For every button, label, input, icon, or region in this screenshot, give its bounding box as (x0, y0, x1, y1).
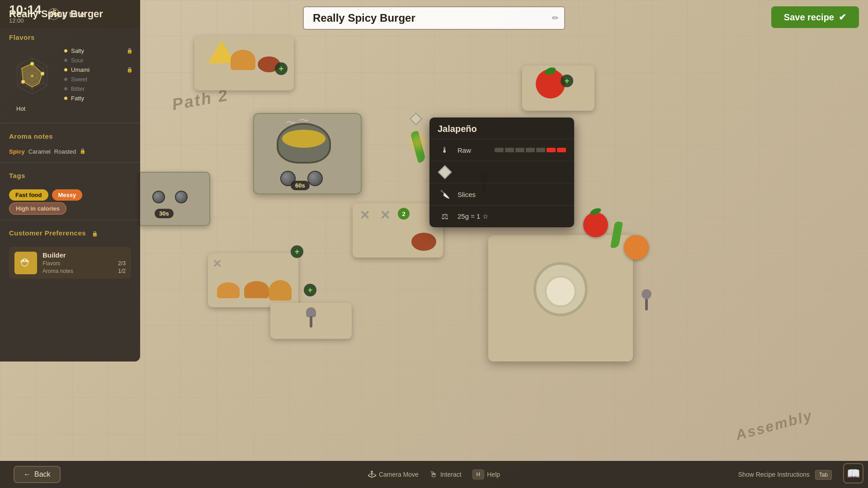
save-recipe-label: Save recipe (784, 12, 834, 23)
gem-indicator (409, 112, 423, 126)
tags-section: Fast food Messy High in calories (0, 182, 140, 216)
prep-time-label: Prep time (50, 10, 85, 19)
tooltip-scale-icon: ⚖ (438, 209, 452, 224)
flavor-list: Salty 🔒 Sour Umami 🔒 Sweet (64, 47, 133, 104)
recipe-book-btn[interactable]: 📖 (843, 463, 863, 483)
far-right-orange (624, 235, 649, 260)
tags-header: Tags (0, 166, 140, 182)
hot-label: Hot (7, 104, 133, 116)
flavor-umami: Umami 🔒 (64, 66, 133, 73)
flavor-radar (7, 51, 57, 101)
flavor-fatty: Fatty (64, 95, 133, 102)
aroma-caramel: Caramel (28, 148, 51, 155)
help-hint: H Help (472, 469, 500, 479)
flavors-header: Flavors (0, 28, 140, 44)
customer-name: Builder (42, 251, 126, 259)
svg-point-11 (21, 80, 25, 84)
tooltip-slices-label: Slices (458, 191, 566, 198)
flavor-bitter: Bitter (64, 85, 133, 92)
aroma-header: Aroma notes (0, 127, 140, 143)
add-bun-btn[interactable]: + (291, 245, 303, 258)
flavor-sour: Sour (64, 57, 133, 64)
far-right-tomato (583, 212, 608, 237)
interact-label: Interact (440, 471, 462, 478)
add-ingredient-btn-top[interactable]: + (275, 62, 288, 75)
tooltip-knife-icon: 🔪 (438, 187, 452, 202)
tag-messy[interactable]: Messy (52, 189, 83, 201)
tooltip-raw-label: Raw (458, 146, 489, 154)
svg-point-8 (31, 75, 33, 77)
bottom-hints: 🕹 Camera Move 🖱 Interact H Help (368, 469, 500, 479)
camera-label: Camera Move (379, 471, 419, 478)
save-check-icon: ✔ (839, 12, 846, 23)
flavor-sweet: Sweet (64, 76, 133, 83)
back-btn[interactable]: ← Back (14, 466, 61, 483)
tooltip-slices-row: 🔪 Slices (429, 183, 574, 205)
tab-key: Tab (815, 470, 832, 480)
customer-avatar: ⛑ (14, 252, 37, 274)
svg-point-10 (41, 72, 44, 75)
timer-60s: 60s (291, 181, 310, 190)
customer-flavors-stat: Flavors 2/3 (42, 260, 126, 267)
add-bottom-btn[interactable]: + (304, 284, 316, 296)
right-station-tack2 (637, 289, 656, 314)
tooltip-weight-row: ⚖ 25g = 1 ☆ (429, 205, 574, 227)
show-recipe-hint[interactable]: Show Recipe Instructions Tab (738, 471, 832, 478)
back-label: Back (34, 470, 51, 479)
tooltip-raw-icon: 🌡 (438, 143, 452, 157)
interact-hint: 🖱 Interact (429, 470, 462, 479)
camera-icon: 🕹 (368, 470, 376, 479)
left-knob-1[interactable] (152, 191, 165, 203)
left-knob-2[interactable] (175, 191, 188, 203)
flavors-section: Salty 🔒 Sour Umami 🔒 Sweet (0, 44, 140, 119)
time-main: 10:14 (9, 4, 42, 16)
time-sub: 12:00 (9, 17, 42, 24)
recipe-input-container: ✏ (303, 6, 565, 30)
flavor-salty: Salty 🔒 (64, 47, 133, 54)
tooltip-gem-icon (438, 165, 452, 179)
tooltip-raw-row: 🌡 Raw (429, 139, 574, 161)
aroma-roasted: Roasted (54, 148, 76, 155)
tag-high-calories[interactable]: High in calories (9, 202, 66, 215)
back-arrow: ← (24, 470, 31, 479)
burner-knob-2[interactable] (307, 171, 323, 186)
camera-move-hint: 🕹 Camera Move (368, 470, 419, 479)
customer-aroma-stat: Aroma notes 1/2 (42, 268, 126, 274)
tooltip-gem-row (429, 161, 574, 183)
customer-info: Builder Flavors 2/3 Aroma notes 1/2 (42, 251, 126, 274)
customer-card: ⛑ Builder Flavors 2/3 Aroma notes 1/2 (9, 247, 131, 279)
mouse-icon: 🖱 (429, 470, 438, 479)
add-ingredient-btn-right[interactable]: + (561, 75, 573, 87)
recipe-name-input[interactable] (303, 6, 565, 30)
tooltip-weight-label: 25g = 1 ☆ (458, 212, 566, 221)
jalapeno-tooltip: Jalapeño 🌡 Raw 🔪 Slices ⚖ 25g = 1 ☆ (429, 117, 574, 227)
top-right-station (522, 66, 594, 111)
tag-fast-food[interactable]: Fast food (9, 189, 48, 201)
aroma-section: Spicy Caramel Roasted 🔒 (0, 143, 140, 159)
left-cooking-station[interactable] (138, 172, 210, 226)
edit-icon[interactable]: ✏ (552, 13, 559, 23)
tooltip-title: Jalapeño (429, 117, 574, 139)
assembly-station (488, 235, 633, 361)
timer-30s: 30s (155, 209, 174, 218)
aroma-lock: 🔒 (80, 148, 86, 155)
aroma-spicy: Spicy (9, 148, 25, 155)
heat-bar (495, 148, 566, 152)
svg-point-9 (30, 62, 34, 66)
bottom-bar: ← Back 🕹 Camera Move 🖱 Interact H Help S… (0, 461, 868, 488)
customer-header: Customer Preferences 🔒 (0, 224, 140, 239)
customer-section: ⛑ Builder Flavors 2/3 Aroma notes 1/2 (0, 239, 140, 282)
save-recipe-btn[interactable]: Save recipe ✔ (771, 6, 859, 28)
sidebar: Really Spicy Burger Flavors (0, 0, 140, 361)
help-label: Help (487, 471, 500, 478)
help-key: H (472, 469, 485, 479)
bottom-station (270, 303, 352, 339)
assembly-label: Assembly (734, 407, 815, 444)
time-display: 10:14 12:00 (9, 4, 42, 24)
bun-station: ✕ (208, 253, 298, 307)
